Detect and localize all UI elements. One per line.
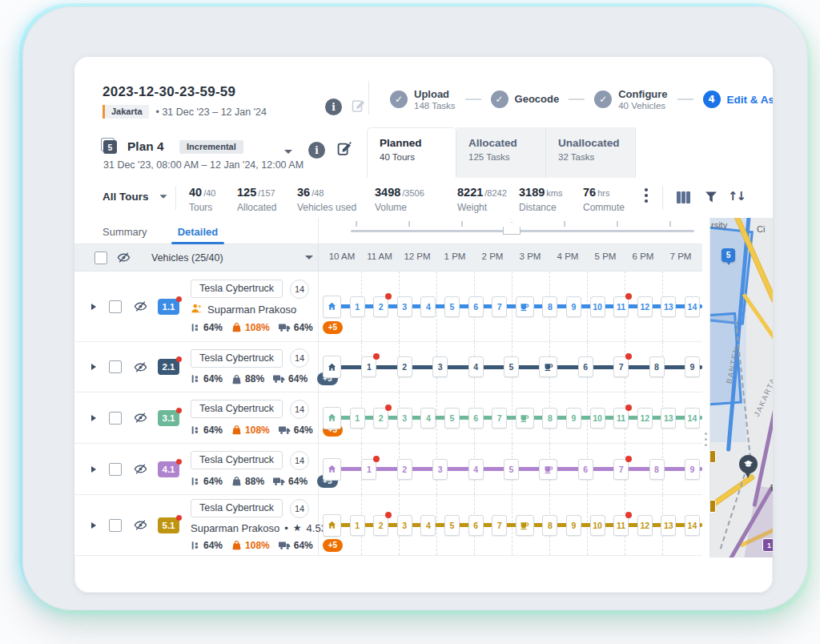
sort-icon[interactable]: ↑↓ — [728, 189, 745, 203]
stop-marker[interactable]: 4 — [420, 296, 436, 317]
map[interactable]: rsity Ci BANTEN JAKARTA 5 UniversitIslam… — [710, 218, 773, 557]
visibility-off-icon[interactable] — [134, 360, 147, 374]
chevron-down-icon[interactable] — [284, 150, 292, 154]
stop-marker[interactable]: 9 — [685, 459, 700, 480]
university-pin-icon[interactable] — [739, 455, 758, 473]
tour-filter-dropdown[interactable]: All Tours — [102, 191, 167, 203]
vehicles-group-header[interactable]: Vehicles (25/40) — [74, 244, 319, 271]
tab-unallocated[interactable]: Unallocated32 Tasks — [546, 127, 636, 178]
stop-marker[interactable]: 7 — [613, 356, 629, 377]
vehicle-name[interactable]: Tesla Cybertruck — [191, 349, 283, 368]
tab-summary[interactable]: Summary — [102, 224, 147, 238]
edit-note-icon[interactable] — [352, 99, 366, 116]
task-count-badge[interactable]: 14 — [290, 280, 309, 299]
stop-marker[interactable]: 2 — [397, 459, 412, 480]
stop-marker[interactable]: 6 — [468, 296, 484, 317]
stop-marker[interactable]: 11 — [613, 296, 629, 317]
expand-arrow-icon[interactable] — [91, 466, 96, 473]
stop-marker[interactable]: 3 — [397, 296, 412, 317]
tab-planned[interactable]: Planned40 Tours — [367, 127, 456, 179]
vehicle-name[interactable]: Tesla Cybertruck — [191, 499, 283, 517]
stop-marker[interactable]: 2 — [373, 515, 388, 536]
map-marker-gold[interactable] — [710, 450, 716, 463]
more-options-icon[interactable] — [645, 188, 648, 205]
row-checkbox[interactable] — [109, 412, 122, 425]
stop-marker[interactable]: 7 — [492, 515, 507, 536]
stop-marker[interactable]: 6 — [578, 356, 593, 377]
stop-marker[interactable]: 8 — [649, 356, 665, 377]
home-stop-icon[interactable] — [323, 514, 341, 537]
stop-marker[interactable]: 5 — [444, 408, 460, 429]
stop-marker[interactable]: 4 — [468, 356, 484, 377]
row-checkbox[interactable] — [109, 300, 122, 313]
stop-marker[interactable]: 9 — [566, 408, 581, 429]
map-marker-zone[interactable]: 5 — [722, 248, 735, 262]
stop-marker[interactable]: 10 — [590, 515, 605, 536]
stop-marker[interactable]: 2 — [373, 408, 388, 429]
stop-marker[interactable]: 5 — [444, 296, 460, 317]
step-geocode[interactable]: ✓Geocode — [491, 91, 560, 108]
stop-marker[interactable]: 14 — [685, 515, 700, 536]
row-checkbox[interactable] — [109, 360, 122, 373]
tour-badge[interactable]: 1.1 — [158, 299, 179, 315]
stop-marker[interactable]: 10 — [590, 408, 605, 429]
stop-marker[interactable]: 5 — [504, 356, 519, 377]
stop-marker[interactable]: 1 — [350, 408, 365, 429]
tour-badge[interactable]: 3.1 — [158, 410, 179, 426]
stop-marker[interactable]: 1 — [361, 356, 376, 377]
break-stop-icon[interactable] — [516, 515, 534, 536]
stop-marker[interactable]: 11 — [613, 515, 629, 536]
stop-marker[interactable]: 14 — [685, 296, 700, 317]
step-edit-assi[interactable]: 4Edit & Assi — [703, 91, 773, 108]
stop-marker[interactable]: 8 — [542, 408, 557, 429]
stop-marker[interactable]: 2 — [373, 296, 388, 317]
row-checkbox[interactable] — [109, 519, 122, 532]
visibility-off-icon[interactable] — [134, 300, 147, 313]
stop-marker[interactable]: 3 — [397, 515, 412, 536]
visibility-off-icon[interactable] — [134, 518, 147, 532]
columns-icon[interactable] — [677, 191, 690, 203]
slider-handle[interactable] — [503, 222, 521, 235]
edit-plan-icon[interactable] — [337, 141, 352, 159]
stop-marker[interactable]: 7 — [492, 296, 507, 317]
stop-marker[interactable]: 6 — [578, 459, 593, 480]
stop-marker[interactable]: 8 — [649, 459, 665, 480]
stop-marker[interactable]: 6 — [468, 515, 484, 536]
map-marker-gold[interactable] — [710, 500, 716, 513]
expand-arrow-icon[interactable] — [91, 415, 96, 421]
stop-marker[interactable]: 9 — [685, 356, 700, 377]
break-stop-icon[interactable] — [539, 356, 557, 377]
stop-marker[interactable]: 8 — [542, 296, 557, 317]
stop-marker[interactable]: 7 — [613, 459, 629, 480]
stop-marker[interactable]: 7 — [492, 408, 507, 429]
stop-marker[interactable]: 10 — [590, 296, 605, 317]
home-stop-icon[interactable] — [323, 458, 341, 481]
stop-marker[interactable]: 1 — [350, 296, 365, 317]
stop-marker[interactable]: 5 — [444, 515, 460, 536]
task-count-badge[interactable]: 14 — [290, 451, 309, 470]
filter-icon[interactable] — [705, 191, 718, 207]
tour-badge[interactable]: 2.1 — [158, 359, 179, 375]
stop-marker[interactable]: 12 — [637, 408, 653, 429]
info-icon[interactable]: i — [325, 99, 342, 115]
tab-detailed[interactable]: Detailed — [178, 224, 219, 238]
stop-marker[interactable]: 11 — [613, 408, 629, 429]
task-count-badge[interactable]: 14 — [290, 400, 309, 419]
visibility-off-icon[interactable] — [134, 411, 147, 425]
stop-marker[interactable]: 14 — [685, 408, 700, 429]
stop-marker[interactable]: 8 — [542, 515, 557, 536]
home-stop-icon[interactable] — [323, 407, 341, 429]
stop-marker[interactable]: 12 — [637, 515, 653, 536]
expand-arrow-icon[interactable] — [91, 522, 96, 529]
stop-marker[interactable]: 12 — [637, 296, 653, 317]
stop-marker[interactable]: 2 — [397, 356, 412, 377]
stop-marker[interactable]: 3 — [432, 459, 448, 480]
visibility-off-icon[interactable] — [117, 251, 131, 264]
stop-marker[interactable]: 4 — [420, 408, 436, 429]
stop-marker[interactable]: 3 — [432, 356, 448, 377]
vehicle-name[interactable]: Tesla Cybertruck — [191, 280, 283, 298]
vehicle-name[interactable]: Tesla Cybertruck — [191, 451, 283, 469]
home-stop-icon[interactable] — [323, 296, 341, 318]
break-stop-icon[interactable] — [516, 296, 534, 317]
plan-info-icon[interactable]: i — [308, 142, 325, 159]
